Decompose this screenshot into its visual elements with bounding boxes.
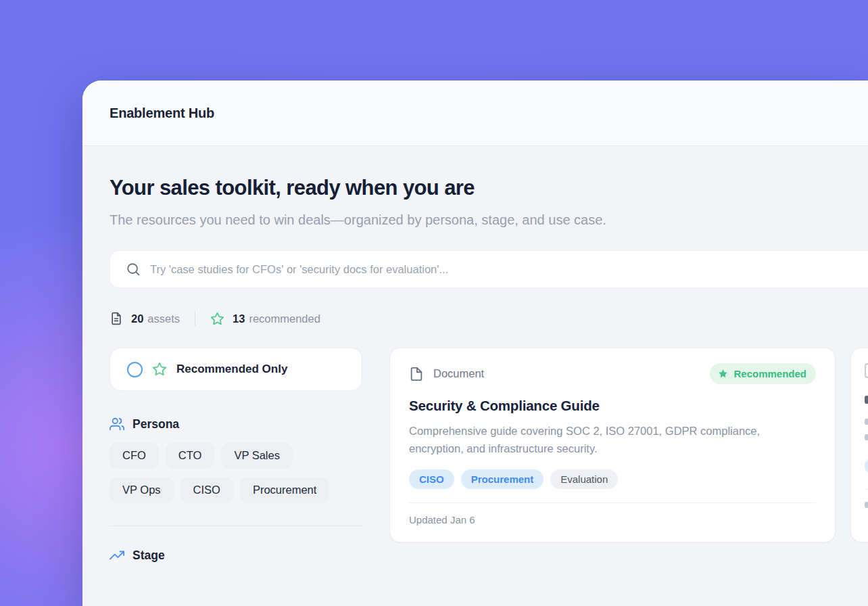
persona-chip-procurement[interactable]: Procurement (240, 477, 329, 503)
assets-label: assets (147, 312, 180, 325)
document-count-icon (110, 312, 123, 325)
trending-up-icon (110, 548, 124, 563)
asset-description: Comprehensive guide covering SOC 2, ISO … (409, 422, 804, 457)
recommended-count: 13 (233, 312, 245, 325)
recommended-only-toggle[interactable]: Recommended Only (110, 348, 362, 391)
recommended-only-label: Recommended Only (176, 363, 287, 376)
page-subtitle: The resources you need to win deals—orga… (110, 210, 657, 230)
asset-cards: Document Recommended Security & Complian… (389, 348, 868, 542)
radio-unchecked-icon (127, 362, 143, 377)
stage-section-header: Stage (110, 548, 362, 563)
asset-title: Security & Compliance Guide (409, 398, 816, 414)
asset-card-security-compliance-guide[interactable]: Document Recommended Security & Complian… (389, 348, 836, 542)
enablement-hub-window: Enablement Hub Your sales toolkit, ready… (82, 80, 868, 606)
users-icon (110, 417, 124, 432)
persona-chip-cto[interactable]: CTO (166, 442, 215, 469)
partial-desc-line (865, 434, 868, 440)
persona-label: Persona (132, 417, 179, 432)
asset-card-partial[interactable] (850, 348, 868, 542)
stage-label: Stage (132, 549, 165, 563)
persona-section-header: Persona (110, 417, 362, 432)
tag-ciso: CISO (409, 469, 454, 489)
app-title: Enablement Hub (110, 106, 214, 121)
filter-sidebar: Recommended Only Persona CFO CTO VP Sale… (110, 348, 362, 563)
card-header: Document Recommended (409, 363, 816, 384)
page-title: Your sales toolkit, ready when you are (110, 176, 868, 200)
partial-tag (865, 458, 868, 474)
content-row: Recommended Only Persona CFO CTO VP Sale… (110, 348, 868, 563)
star-icon (152, 362, 167, 377)
partial-divider (865, 489, 868, 490)
asset-tags: CISO Procurement Evaluation (409, 469, 816, 489)
partial-desc-line (865, 419, 868, 425)
recommended-badge: Recommended (710, 363, 816, 384)
persona-chip-cfo[interactable]: CFO (110, 442, 159, 469)
search-icon (126, 262, 141, 277)
persona-chip-vp-ops[interactable]: VP Ops (110, 477, 174, 503)
asset-type-label: Document (433, 367, 484, 380)
search-input[interactable] (150, 251, 868, 287)
partial-title-line (865, 396, 868, 404)
partial-type-icon (865, 363, 868, 378)
recommended-star-icon (210, 312, 224, 326)
stats-row: 20 assets 13 recommended (110, 311, 868, 326)
persona-chip-ciso[interactable]: CISO (180, 477, 233, 503)
badge-star-icon (718, 369, 728, 379)
persona-chips: CFO CTO VP Sales VP Ops CISO Procurement (110, 442, 360, 503)
main-content: Your sales toolkit, ready when you are T… (82, 146, 868, 563)
file-icon (409, 367, 424, 381)
tag-procurement: Procurement (461, 469, 544, 489)
persona-chip-vp-sales[interactable]: VP Sales (221, 442, 293, 469)
badge-label: Recommended (733, 368, 806, 379)
recommended-label: recommended (249, 312, 320, 325)
sidebar-divider (110, 526, 362, 526)
app-header: Enablement Hub (82, 80, 868, 146)
partial-footer-line (865, 502, 868, 508)
card-divider (409, 503, 816, 503)
assets-count: 20 (131, 312, 143, 325)
stats-divider (195, 311, 195, 326)
asset-updated: Updated Jan 6 (409, 514, 816, 526)
search-bar[interactable] (110, 250, 868, 288)
tag-evaluation: Evaluation (550, 469, 618, 489)
